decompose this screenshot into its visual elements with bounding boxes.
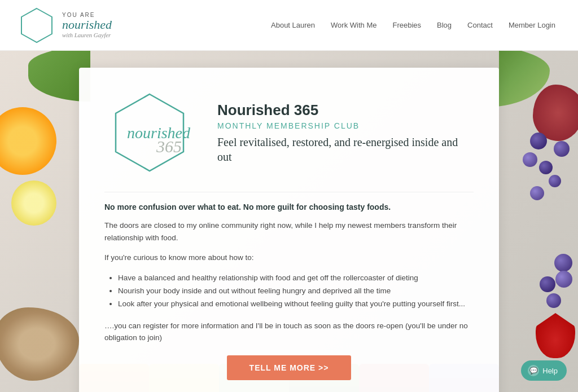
logo-nourished: nourished <box>62 18 112 32</box>
logo-area: YOU ARE nourished with Lauren Gayfer <box>17 6 112 45</box>
card-tagline: Feel revitalised, restored, and re-energ… <box>217 135 474 164</box>
logo-text-area: YOU ARE nourished with Lauren Gayfer <box>62 12 112 38</box>
blueberry-9 <box>555 271 572 288</box>
nav-freebies[interactable]: Freebies <box>392 21 421 29</box>
card-divider <box>104 192 474 192</box>
orange-slice <box>0 107 56 175</box>
card-bold-text: No more confusion over what to eat. No m… <box>104 202 474 212</box>
blueberry-4 <box>549 175 561 187</box>
nav-blog[interactable]: Blog <box>437 21 452 29</box>
help-label: Help <box>542 367 558 375</box>
card-top-section: nourished 365 Nourished 365 MONTHLY MEMB… <box>104 87 474 178</box>
cta-area: TELL ME MORE >> <box>104 355 474 380</box>
svg-marker-0 <box>21 8 52 42</box>
header: YOU ARE nourished with Lauren Gayfer Abo… <box>0 0 578 51</box>
card-title-area: Nourished 365 MONTHLY MEMBERSHIP CLUB Fe… <box>217 102 474 164</box>
list-item-2: Nourish your body inside and out without… <box>118 285 474 298</box>
card-title: Nourished 365 <box>217 102 474 119</box>
blueberry-5 <box>530 133 547 149</box>
logo-by: with Lauren Gayfer <box>62 32 112 38</box>
strawberry <box>536 313 575 358</box>
card-subtitle: MONTHLY MEMBERSHIP CLUB <box>217 121 474 130</box>
food-decoration-right <box>499 51 578 392</box>
lemon-slice <box>11 180 56 226</box>
card-body-text-2: If you're curious to know more about how… <box>104 252 474 264</box>
list-item-1: Have a balanced and healthy relationship… <box>118 272 474 285</box>
ginger-root <box>0 307 79 381</box>
food-decoration-left <box>0 51 90 392</box>
blueberry-8 <box>540 276 555 292</box>
blueberry-7 <box>554 254 572 272</box>
content-card: nourished 365 Nourished 365 MONTHLY MEMB… <box>79 68 499 392</box>
hero-section: nourished 365 Nourished 365 MONTHLY MEMB… <box>0 51 578 392</box>
card-footer-text: ….you can register for more information … <box>104 320 474 344</box>
blueberry-6 <box>530 186 544 200</box>
nav-about[interactable]: About Lauren <box>271 21 315 29</box>
blueberry-2 <box>539 161 553 174</box>
help-button[interactable]: 💬 Help <box>521 360 567 381</box>
cta-button[interactable]: TELL ME MORE >> <box>227 355 352 380</box>
main-nav: About Lauren Work With Me Freebies Blog … <box>271 21 555 29</box>
blueberry-3 <box>523 152 537 167</box>
svg-text:365: 365 <box>156 137 182 156</box>
card-body-text-1: The doors are closed to my online commun… <box>104 219 474 244</box>
nav-member-login[interactable]: Member Login <box>509 21 555 29</box>
card-list: Have a balanced and healthy relationship… <box>104 272 474 311</box>
help-chat-icon: 💬 <box>528 365 539 376</box>
nav-work[interactable]: Work With Me <box>331 21 376 29</box>
nav-contact[interactable]: Contact <box>467 21 493 29</box>
blueberry-1 <box>554 141 570 157</box>
blueberry-10 <box>546 293 561 308</box>
nourished-365-hex-logo: nourished 365 <box>104 87 195 178</box>
logo-hexagon-icon <box>17 6 56 45</box>
list-item-3: Look after your physical and emotional w… <box>118 298 474 311</box>
